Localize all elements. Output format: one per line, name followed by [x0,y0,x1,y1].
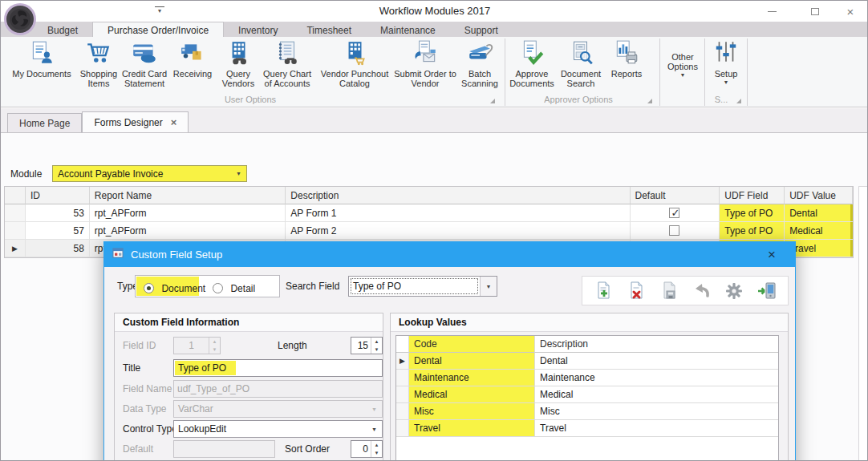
lookup-values-group: Lookup Values Code Description ▶ Dental … [390,313,789,461]
receiving-button[interactable]: Receiving [169,39,216,94]
control-type-label: Control Type [123,423,177,435]
user-options-dialog-launcher-icon[interactable] [490,99,495,103]
save-record-icon[interactable] [655,279,683,303]
list-item-selected[interactable]: ▶ Dental Dental [396,353,778,370]
maximize-icon [811,8,819,15]
building-binoculars-icon [225,39,252,68]
search-field-label: Search Field [286,281,339,292]
table-row[interactable]: 57 rpt_APForm AP Form 2 Type of PO Medic… [5,222,853,240]
maximize-button[interactable] [801,4,829,18]
list-item[interactable]: Misc Misc [396,403,778,420]
length-label: Length [278,340,307,351]
tab-close-icon[interactable]: × [171,119,177,127]
tab-home-page[interactable]: Home Page [7,113,82,132]
vertical-scrollbar[interactable] [858,186,868,461]
column-header-udf-value[interactable]: UDF Value [785,187,853,204]
close-icon: × [847,5,854,18]
title-input[interactable]: Type of PO [173,359,383,377]
shopping-items-button[interactable]: Shopping Items [78,39,120,94]
add-record-icon[interactable] [590,279,617,303]
other-options-button[interactable]: Other Options ▼ [661,39,704,94]
column-header-description[interactable]: Description [535,336,778,353]
list-item[interactable]: Medical Medical [396,386,778,403]
settings-gear-icon[interactable] [720,279,748,303]
ribbon-tab-support[interactable]: Support [450,22,513,37]
batch-scanning-button[interactable]: Batch Scanning [456,39,503,94]
column-header-default[interactable]: Default [631,187,720,204]
ribbon-group-separator [659,38,660,106]
lookup-grid-header: Code Description [396,336,778,353]
ribbon-tab-inventory[interactable]: Inventory [224,22,292,37]
document-envelope-icon [412,39,439,68]
dialog-close-icon[interactable]: × [756,248,787,261]
spinner-down-icon[interactable]: ▼ [371,346,382,354]
ribbon-group-separator [704,38,705,106]
ribbon-tab-timesheet[interactable]: Timesheet [292,22,366,37]
query-chart-of-accounts-button[interactable]: Query Chart of Accounts [261,39,314,94]
lookup-values-grid: Code Description ▶ Dental Dental Mainten… [395,335,779,461]
setup-dialog-launcher-icon[interactable] [736,99,741,103]
chevron-down-icon: ▼ [367,427,382,432]
module-label: Module [10,168,42,180]
credit-card-cloud-icon [131,39,158,68]
reports-button[interactable]: Reports [606,39,647,94]
radio-selected-icon [144,283,154,293]
ribbon-tab-purchase-order-invoice[interactable]: Purchase Order/Invoice [92,22,224,37]
my-documents-button[interactable]: My Documents [6,39,78,94]
search-field-combo[interactable]: Type of PO ▼ [348,276,497,297]
dialog-title-bar[interactable]: Custom Field Setup × [104,242,795,267]
column-header-udf-field[interactable]: UDF Field [720,187,785,204]
delete-record-icon[interactable] [623,279,650,303]
tab-forms-designer[interactable]: Forms Designer × [82,111,189,132]
undo-icon[interactable] [688,279,715,303]
vendor-punchout-catalog-button[interactable]: Vendor Punchout Catalog [315,39,394,94]
sort-order-label: Sort Order [285,443,330,455]
list-item[interactable]: Travel Travel [396,420,778,437]
radio-unselected-icon [213,283,223,293]
window-close-button[interactable]: × [837,4,864,18]
control-type-dropdown[interactable]: LookupEdit ▼ [173,420,383,438]
sort-order-spinner[interactable]: 0 ▲▼ [351,440,383,458]
query-vendors-button[interactable]: Query Vendors [216,39,261,94]
column-header-id[interactable]: ID [26,187,90,204]
radio-document[interactable]: Document [144,281,205,295]
document-search-button[interactable]: Document Search [556,39,606,94]
data-type-label: Data Type [123,403,166,414]
list-item[interactable]: Maintenance Maintenance [396,370,778,386]
column-header-report-name[interactable]: Report Name [90,187,286,204]
minimize-button[interactable] [758,4,785,18]
data-type-dropdown: VarChar ▼ [173,400,383,418]
minimize-icon [768,11,777,12]
ribbon-tab-budget[interactable]: Budget [33,22,92,37]
submit-order-to-vendor-button[interactable]: Submit Order to Vendor [394,39,456,94]
spinner-down-icon[interactable]: ▼ [371,449,382,457]
default-checkbox-unchecked[interactable] [669,225,679,236]
ribbon-tab-maintenance[interactable]: Maintenance [366,22,450,37]
approve-documents-button[interactable]: Approve Documents [508,39,556,94]
credit-card-statement-button[interactable]: Credit Card Statement [120,39,169,94]
app-window: Workflow Modules 2017 ▾ × Budget Purchas… [0,0,868,461]
field-id-label: Field ID [123,340,156,351]
chevron-down-icon: ▼ [367,406,382,412]
quick-access-customize-icon[interactable]: ▾ [155,6,164,14]
document-check-icon [518,39,546,68]
module-dropdown[interactable]: Account Payable Invoice ▼ [52,165,247,182]
spinner-up-icon[interactable]: ▲ [371,441,382,449]
building-cart-icon [341,39,368,68]
default-checkbox-checked[interactable] [669,208,679,218]
field-name-label: Field Name [123,383,172,394]
column-header-description[interactable]: Description [286,187,630,204]
chevron-down-icon: ▼ [724,79,729,85]
ribbon-group-separator [505,38,505,106]
approver-options-dialog-launcher-icon[interactable] [647,99,652,103]
table-row[interactable]: 53 rpt_APForm AP Form 1 Type of PO Denta… [5,204,853,222]
spinner-up-icon: ▲ [209,338,220,346]
app-logo-icon[interactable] [3,2,37,36]
radio-detail[interactable]: Detail [213,281,255,295]
setup-button[interactable]: Setup ▼ [706,39,746,94]
exit-icon[interactable] [753,279,781,303]
forms-grid-header: ID Report Name Description Default UDF F… [5,187,853,204]
column-header-code[interactable]: Code [409,336,535,353]
spinner-up-icon[interactable]: ▲ [371,338,382,346]
length-spinner[interactable]: 15 ▲▼ [351,337,383,354]
